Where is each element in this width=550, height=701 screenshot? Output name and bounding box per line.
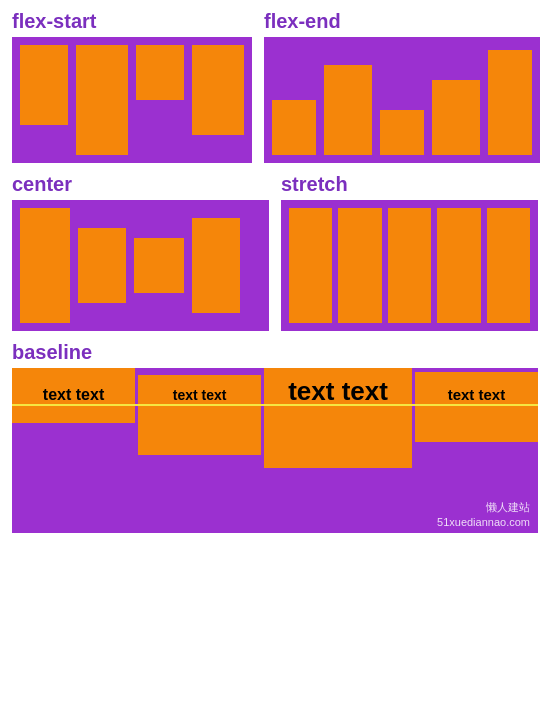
center-block-4 bbox=[192, 218, 240, 313]
baseline-text-2: text text bbox=[173, 387, 227, 403]
flex-start-section: flex-start bbox=[12, 10, 252, 163]
stretch-block-2 bbox=[338, 208, 381, 323]
flex-end-block-4 bbox=[432, 80, 480, 155]
baseline-text-3: text text bbox=[288, 376, 388, 407]
watermark-line1: 懒人建站 bbox=[437, 500, 530, 514]
stretch-section: stretch bbox=[281, 173, 538, 331]
flex-start-demo bbox=[12, 37, 252, 163]
page-container: flex-start flex-end center bbox=[0, 0, 550, 701]
stretch-label: stretch bbox=[281, 173, 538, 196]
baseline-label: baseline bbox=[12, 341, 538, 364]
flex-end-label: flex-end bbox=[264, 10, 540, 33]
baseline-item-1: text text bbox=[12, 368, 138, 423]
stretch-block-1 bbox=[289, 208, 332, 323]
stretch-block-3 bbox=[388, 208, 431, 323]
watermark: 懒人建站 51xuediannao.com bbox=[437, 500, 530, 529]
baseline-text-4: text text bbox=[448, 386, 506, 403]
baseline-text-1: text text bbox=[43, 386, 104, 404]
row-1: flex-start flex-end bbox=[12, 10, 538, 163]
flex-end-demo bbox=[264, 37, 540, 163]
flex-end-block-1 bbox=[272, 100, 316, 155]
baseline-item-3: text text bbox=[264, 368, 415, 468]
center-section: center bbox=[12, 173, 269, 331]
stretch-demo bbox=[281, 200, 538, 331]
flex-end-block-2 bbox=[324, 65, 372, 155]
flex-end-block-5 bbox=[488, 50, 532, 155]
center-block-3 bbox=[134, 238, 184, 293]
row-2: center stretch bbox=[12, 173, 538, 331]
baseline-wrapper: text text text text text text text text bbox=[12, 368, 538, 533]
flex-start-block-1 bbox=[20, 45, 68, 125]
flex-start-block-2 bbox=[76, 45, 128, 155]
baseline-item-2: text text bbox=[138, 375, 264, 455]
watermark-line2: 51xuediannao.com bbox=[437, 515, 530, 529]
flex-end-section: flex-end bbox=[264, 10, 540, 163]
baseline-section: baseline text text text text text text t… bbox=[12, 341, 538, 691]
flex-end-block-3 bbox=[380, 110, 424, 155]
baseline-item-4: text text bbox=[415, 372, 538, 442]
flex-start-block-3 bbox=[136, 45, 184, 100]
stretch-block-4 bbox=[437, 208, 480, 323]
center-demo bbox=[12, 200, 269, 331]
flex-start-label: flex-start bbox=[12, 10, 252, 33]
center-label: center bbox=[12, 173, 269, 196]
center-block-2 bbox=[78, 228, 126, 303]
flex-start-block-4 bbox=[192, 45, 244, 135]
stretch-block-5 bbox=[487, 208, 530, 323]
center-block-1 bbox=[20, 208, 70, 323]
baseline-line bbox=[12, 404, 538, 406]
